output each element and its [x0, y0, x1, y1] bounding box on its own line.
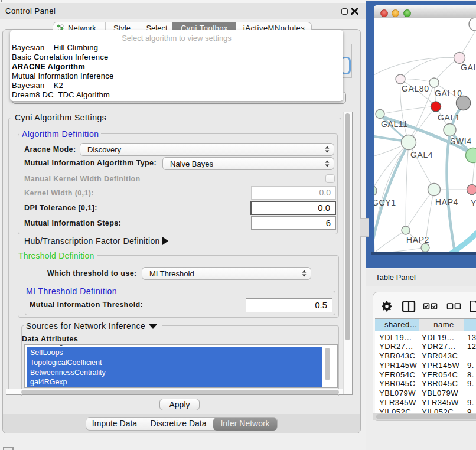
svg-text:HAP4: HAP4	[435, 197, 458, 207]
svg-text:GAL: GAL	[461, 63, 476, 72]
svg-text:GAL1: GAL1	[438, 113, 460, 122]
svg-text:Y: Y	[471, 198, 476, 208]
svg-text:GAL4: GAL4	[410, 150, 433, 159]
svg-text:GAL80: GAL80	[402, 84, 429, 93]
svg-text:GAL11: GAL11	[381, 119, 408, 129]
svg-text:SWI4: SWI4	[450, 136, 472, 146]
svg-text:GCY1: GCY1	[374, 198, 396, 207]
svg-text:GAL10: GAL10	[435, 89, 462, 98]
svg-text:HAP2: HAP2	[406, 235, 429, 244]
